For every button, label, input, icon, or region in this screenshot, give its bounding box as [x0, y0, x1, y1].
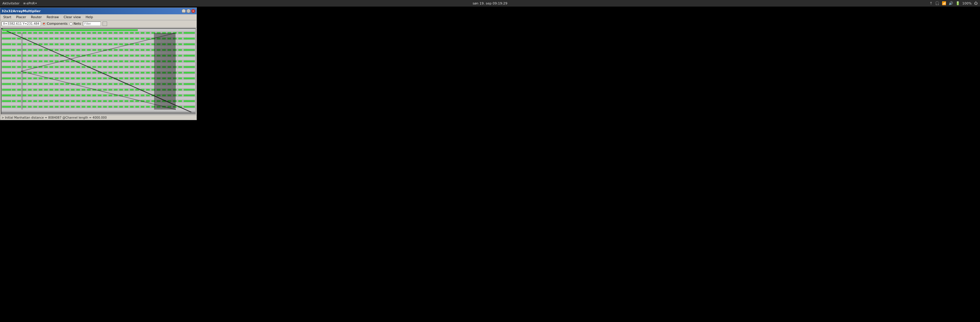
components-radio[interactable] [43, 22, 46, 25]
epnr-menu[interactable]: ≡ ePnR ▾ [23, 2, 37, 5]
menu-start[interactable]: Start [2, 14, 13, 20]
upload-icon: ↑ [929, 1, 932, 5]
menu-router[interactable]: Router [29, 14, 43, 20]
system-bar-left: Aktiviteter ≡ ePnR ▾ [2, 2, 37, 5]
wifi-icon: 📶 [942, 1, 946, 5]
toolbar: X=3382.611 Y=231.484 Components Nets ▾ [0, 20, 197, 27]
pcb-routing-canvas[interactable] [2, 29, 195, 114]
status-bar: > Initial Manhattan distance = 8084087 @… [0, 115, 197, 120]
coordinates-display: X=3382.611 Y=231.484 [2, 21, 41, 26]
nets-radio[interactable] [70, 22, 72, 25]
headphone-icon: 🎧 [935, 1, 939, 5]
app-window: 32x32ArrayMultiplier _ □ ✕ Start Placer … [0, 8, 197, 120]
epnr-label: ePnR [27, 2, 35, 5]
view-dropdown[interactable]: ▾ [103, 21, 107, 26]
nets-radio-group: Nets [70, 22, 81, 25]
components-radio-group: Components [43, 22, 68, 25]
status-message: > Initial Manhattan distance = 8084087 @… [2, 116, 107, 119]
title-bar: 32x32ArrayMultiplier _ □ ✕ [0, 8, 197, 14]
maximize-button[interactable]: □ [186, 9, 191, 13]
menu-clear-view[interactable]: Clear view [62, 14, 83, 20]
dropdown-arrow-icon: ▾ [104, 22, 106, 25]
epnr-arrow-icon: ▾ [35, 2, 37, 5]
volume-icon: 🔊 [949, 1, 953, 5]
battery-pct: 100% [963, 2, 972, 5]
power-icon: ⏻ [974, 1, 978, 5]
pcb-canvas-container[interactable] [1, 28, 196, 114]
window-title: 32x32ArrayMultiplier [2, 9, 41, 13]
menu-help[interactable]: Help [84, 14, 95, 20]
datetime-display: søn 19. sep 09:19:29 [473, 2, 507, 5]
filter-input[interactable] [83, 21, 101, 26]
epnr-icon: ≡ [23, 2, 26, 5]
menu-placer[interactable]: Placer [14, 14, 28, 20]
battery-icon: 🔋 [956, 1, 960, 5]
close-button[interactable]: ✕ [191, 9, 195, 13]
components-label: Components [47, 22, 68, 25]
system-bar-right: ↑ 🎧 📶 🔊 🔋 100% ⏻ [929, 1, 978, 5]
activities-label[interactable]: Aktiviteter [2, 2, 20, 5]
menu-bar: Start Placer Router Redraw Clear view He… [0, 14, 197, 20]
nets-label: Nets [74, 22, 81, 25]
system-bar: Aktiviteter ≡ ePnR ▾ søn 19. sep 09:19:2… [0, 0, 980, 6]
title-bar-buttons: _ □ ✕ [181, 9, 195, 13]
menu-redraw[interactable]: Redraw [45, 14, 60, 20]
minimize-button[interactable]: _ [181, 9, 186, 13]
